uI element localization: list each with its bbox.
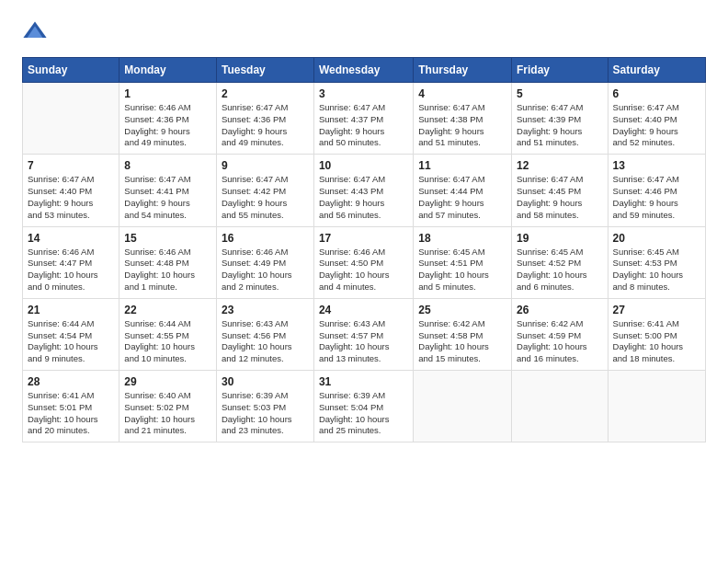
calendar-table: SundayMondayTuesdayWednesdayThursdayFrid… (22, 57, 706, 442)
weekday-row: SundayMondayTuesdayWednesdayThursdayFrid… (23, 58, 706, 83)
day-number: 11 (418, 159, 506, 172)
calendar-cell: 16Sunrise: 6:46 AMSunset: 4:49 PMDayligh… (216, 226, 313, 298)
calendar-cell: 6Sunrise: 6:47 AMSunset: 4:40 PMDaylight… (608, 83, 705, 155)
cell-content: Sunrise: 6:47 AMSunset: 4:38 PMDaylight:… (418, 102, 506, 149)
day-number: 1 (124, 87, 211, 100)
calendar-cell: 26Sunrise: 6:42 AMSunset: 4:59 PMDayligh… (512, 298, 609, 370)
calendar-cell: 10Sunrise: 6:47 AMSunset: 4:43 PMDayligh… (313, 155, 413, 226)
calendar-cell: 11Sunrise: 6:47 AMSunset: 4:44 PMDayligh… (414, 155, 512, 226)
day-number: 8 (124, 159, 211, 172)
calendar-week-5: 28Sunrise: 6:41 AMSunset: 5:01 PMDayligh… (23, 371, 706, 442)
cell-content: Sunrise: 6:46 AMSunset: 4:47 PMDaylight:… (28, 247, 114, 293)
calendar-cell (414, 371, 512, 442)
day-number: 29 (124, 375, 211, 388)
cell-content: Sunrise: 6:47 AMSunset: 4:40 PMDaylight:… (613, 102, 700, 149)
day-number: 30 (222, 375, 309, 388)
cell-content: Sunrise: 6:46 AMSunset: 4:48 PMDaylight:… (124, 247, 211, 293)
cell-content: Sunrise: 6:47 AMSunset: 4:41 PMDaylight:… (124, 174, 211, 221)
day-number: 31 (319, 375, 408, 388)
day-number: 14 (28, 232, 114, 245)
cell-content: Sunrise: 6:41 AMSunset: 5:01 PMDaylight:… (28, 390, 114, 437)
day-number: 17 (319, 232, 408, 245)
day-number: 10 (319, 159, 408, 172)
page: SundayMondayTuesdayWednesdayThursdayFrid… (0, 0, 728, 457)
day-number: 4 (418, 87, 506, 100)
cell-content: Sunrise: 6:43 AMSunset: 4:56 PMDaylight:… (222, 318, 309, 365)
day-number: 5 (517, 87, 603, 100)
calendar-cell: 22Sunrise: 6:44 AMSunset: 4:55 PMDayligh… (119, 298, 217, 370)
day-number: 19 (517, 232, 603, 245)
cell-content: Sunrise: 6:47 AMSunset: 4:46 PMDaylight:… (613, 174, 700, 221)
day-number: 23 (222, 304, 309, 316)
weekday-header-monday: Monday (119, 58, 217, 83)
cell-content: Sunrise: 6:45 AMSunset: 4:53 PMDaylight:… (613, 247, 700, 293)
day-number: 13 (613, 159, 700, 172)
logo-icon (22, 18, 48, 44)
day-number: 9 (222, 159, 309, 172)
cell-content: Sunrise: 6:46 AMSunset: 4:50 PMDaylight:… (319, 247, 408, 293)
calendar-cell (512, 371, 609, 442)
day-number: 20 (613, 232, 700, 245)
day-number: 7 (28, 159, 114, 172)
calendar-cell: 8Sunrise: 6:47 AMSunset: 4:41 PMDaylight… (119, 155, 217, 226)
calendar-cell: 14Sunrise: 6:46 AMSunset: 4:47 PMDayligh… (23, 226, 119, 298)
day-number: 15 (124, 232, 211, 245)
day-number: 26 (517, 304, 603, 316)
calendar-cell: 31Sunrise: 6:39 AMSunset: 5:04 PMDayligh… (313, 371, 413, 442)
cell-content: Sunrise: 6:44 AMSunset: 4:54 PMDaylight:… (28, 318, 114, 365)
calendar-cell: 13Sunrise: 6:47 AMSunset: 4:46 PMDayligh… (608, 155, 705, 226)
weekday-header-wednesday: Wednesday (313, 58, 413, 83)
calendar-header: SundayMondayTuesdayWednesdayThursdayFrid… (23, 58, 706, 83)
calendar-cell: 29Sunrise: 6:40 AMSunset: 5:02 PMDayligh… (119, 371, 217, 442)
day-number: 3 (319, 87, 408, 100)
calendar-cell: 7Sunrise: 6:47 AMSunset: 4:40 PMDaylight… (23, 155, 119, 226)
cell-content: Sunrise: 6:46 AMSunset: 4:49 PMDaylight:… (222, 247, 309, 293)
day-number: 12 (517, 159, 603, 172)
calendar-cell: 5Sunrise: 6:47 AMSunset: 4:39 PMDaylight… (512, 83, 609, 155)
day-number: 25 (418, 304, 506, 316)
day-number: 6 (613, 87, 700, 100)
cell-content: Sunrise: 6:44 AMSunset: 4:55 PMDaylight:… (124, 318, 211, 365)
day-number: 28 (28, 375, 114, 388)
calendar-cell: 18Sunrise: 6:45 AMSunset: 4:51 PMDayligh… (414, 226, 512, 298)
day-number: 18 (418, 232, 506, 245)
calendar-cell: 25Sunrise: 6:42 AMSunset: 4:58 PMDayligh… (414, 298, 512, 370)
weekday-header-tuesday: Tuesday (216, 58, 313, 83)
cell-content: Sunrise: 6:46 AMSunset: 4:36 PMDaylight:… (124, 102, 211, 149)
cell-content: Sunrise: 6:47 AMSunset: 4:42 PMDaylight:… (222, 174, 309, 221)
calendar-cell: 2Sunrise: 6:47 AMSunset: 4:36 PMDaylight… (216, 83, 313, 155)
calendar-cell: 4Sunrise: 6:47 AMSunset: 4:38 PMDaylight… (414, 83, 512, 155)
day-number: 16 (222, 232, 309, 245)
cell-content: Sunrise: 6:47 AMSunset: 4:39 PMDaylight:… (517, 102, 603, 149)
calendar-cell: 9Sunrise: 6:47 AMSunset: 4:42 PMDaylight… (216, 155, 313, 226)
day-number: 2 (222, 87, 309, 100)
cell-content: Sunrise: 6:39 AMSunset: 5:04 PMDaylight:… (319, 390, 408, 437)
cell-content: Sunrise: 6:39 AMSunset: 5:03 PMDaylight:… (222, 390, 309, 437)
cell-content: Sunrise: 6:47 AMSunset: 4:40 PMDaylight:… (28, 174, 114, 221)
cell-content: Sunrise: 6:45 AMSunset: 4:52 PMDaylight:… (517, 247, 603, 293)
cell-content: Sunrise: 6:47 AMSunset: 4:43 PMDaylight:… (319, 174, 408, 221)
cell-content: Sunrise: 6:42 AMSunset: 4:59 PMDaylight:… (517, 318, 603, 365)
calendar-cell: 3Sunrise: 6:47 AMSunset: 4:37 PMDaylight… (313, 83, 413, 155)
day-number: 27 (613, 304, 700, 316)
calendar-week-4: 21Sunrise: 6:44 AMSunset: 4:54 PMDayligh… (23, 298, 706, 370)
calendar-cell: 28Sunrise: 6:41 AMSunset: 5:01 PMDayligh… (23, 371, 119, 442)
calendar-cell: 21Sunrise: 6:44 AMSunset: 4:54 PMDayligh… (23, 298, 119, 370)
cell-content: Sunrise: 6:41 AMSunset: 5:00 PMDaylight:… (613, 318, 700, 365)
calendar-body: 1Sunrise: 6:46 AMSunset: 4:36 PMDaylight… (23, 83, 706, 442)
cell-content: Sunrise: 6:45 AMSunset: 4:51 PMDaylight:… (418, 247, 506, 293)
calendar-cell: 20Sunrise: 6:45 AMSunset: 4:53 PMDayligh… (608, 226, 705, 298)
weekday-header-friday: Friday (512, 58, 609, 83)
calendar-cell: 23Sunrise: 6:43 AMSunset: 4:56 PMDayligh… (216, 298, 313, 370)
cell-content: Sunrise: 6:43 AMSunset: 4:57 PMDaylight:… (319, 318, 408, 365)
day-number: 24 (319, 304, 408, 316)
calendar-cell: 19Sunrise: 6:45 AMSunset: 4:52 PMDayligh… (512, 226, 609, 298)
day-number: 21 (28, 304, 114, 316)
calendar-cell: 1Sunrise: 6:46 AMSunset: 4:36 PMDaylight… (119, 83, 217, 155)
calendar-cell (23, 83, 119, 155)
calendar-week-3: 14Sunrise: 6:46 AMSunset: 4:47 PMDayligh… (23, 226, 706, 298)
calendar-cell: 30Sunrise: 6:39 AMSunset: 5:03 PMDayligh… (216, 371, 313, 442)
weekday-header-saturday: Saturday (608, 58, 705, 83)
calendar-cell (608, 371, 705, 442)
calendar-cell: 27Sunrise: 6:41 AMSunset: 5:00 PMDayligh… (608, 298, 705, 370)
